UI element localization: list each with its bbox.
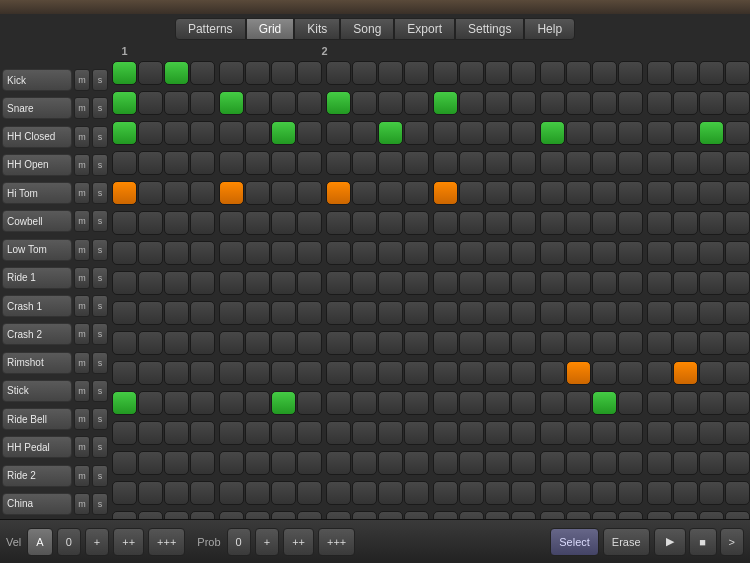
pad-15-4[interactable] bbox=[219, 511, 244, 519]
pad-14-20[interactable] bbox=[647, 481, 672, 505]
pad-7-10[interactable] bbox=[378, 271, 403, 295]
pad-12-1[interactable] bbox=[138, 421, 163, 445]
pad-8-12[interactable] bbox=[433, 301, 458, 325]
play-button[interactable]: ▶ bbox=[654, 528, 686, 556]
pad-12-22[interactable] bbox=[699, 421, 724, 445]
pad-2-15[interactable] bbox=[511, 121, 536, 145]
pad-4-4[interactable] bbox=[219, 181, 244, 205]
pad-4-9[interactable] bbox=[352, 181, 377, 205]
pad-6-17[interactable] bbox=[566, 241, 591, 265]
pad-13-13[interactable] bbox=[459, 451, 484, 475]
pad-11-11[interactable] bbox=[404, 391, 429, 415]
mute-btn-6[interactable]: m bbox=[74, 239, 90, 261]
pad-4-1[interactable] bbox=[138, 181, 163, 205]
pad-10-9[interactable] bbox=[352, 361, 377, 385]
pad-0-11[interactable] bbox=[404, 61, 429, 85]
pad-3-21[interactable] bbox=[673, 151, 698, 175]
solo-btn-11[interactable]: s bbox=[92, 380, 108, 402]
pad-0-23[interactable] bbox=[725, 61, 750, 85]
pad-14-9[interactable] bbox=[352, 481, 377, 505]
pad-8-6[interactable] bbox=[271, 301, 296, 325]
pad-6-23[interactable] bbox=[725, 241, 750, 265]
pad-2-20[interactable] bbox=[647, 121, 672, 145]
pad-11-3[interactable] bbox=[190, 391, 215, 415]
pad-4-12[interactable] bbox=[433, 181, 458, 205]
pad-11-13[interactable] bbox=[459, 391, 484, 415]
pad-7-5[interactable] bbox=[245, 271, 270, 295]
pad-6-7[interactable] bbox=[297, 241, 322, 265]
pad-3-9[interactable] bbox=[352, 151, 377, 175]
pad-6-3[interactable] bbox=[190, 241, 215, 265]
pad-11-19[interactable] bbox=[618, 391, 643, 415]
pad-10-10[interactable] bbox=[378, 361, 403, 385]
pad-0-10[interactable] bbox=[378, 61, 403, 85]
pad-15-9[interactable] bbox=[352, 511, 377, 519]
pad-2-14[interactable] bbox=[485, 121, 510, 145]
pad-7-13[interactable] bbox=[459, 271, 484, 295]
pad-2-21[interactable] bbox=[673, 121, 698, 145]
pad-13-15[interactable] bbox=[511, 451, 536, 475]
pad-1-4[interactable] bbox=[219, 91, 244, 115]
pad-13-19[interactable] bbox=[618, 451, 643, 475]
pad-11-10[interactable] bbox=[378, 391, 403, 415]
pad-4-11[interactable] bbox=[404, 181, 429, 205]
pad-2-0[interactable] bbox=[112, 121, 137, 145]
pad-10-4[interactable] bbox=[219, 361, 244, 385]
pad-2-17[interactable] bbox=[566, 121, 591, 145]
pad-13-12[interactable] bbox=[433, 451, 458, 475]
pad-3-11[interactable] bbox=[404, 151, 429, 175]
pad-11-8[interactable] bbox=[326, 391, 351, 415]
pad-12-14[interactable] bbox=[485, 421, 510, 445]
pad-4-22[interactable] bbox=[699, 181, 724, 205]
pad-3-20[interactable] bbox=[647, 151, 672, 175]
pad-9-5[interactable] bbox=[245, 331, 270, 355]
pad-9-23[interactable] bbox=[725, 331, 750, 355]
pad-2-5[interactable] bbox=[245, 121, 270, 145]
pad-5-10[interactable] bbox=[378, 211, 403, 235]
pad-14-16[interactable] bbox=[540, 481, 565, 505]
pad-15-1[interactable] bbox=[138, 511, 163, 519]
pad-15-6[interactable] bbox=[271, 511, 296, 519]
pad-1-0[interactable] bbox=[112, 91, 137, 115]
pad-8-11[interactable] bbox=[404, 301, 429, 325]
pad-7-14[interactable] bbox=[485, 271, 510, 295]
pad-4-23[interactable] bbox=[725, 181, 750, 205]
pad-1-7[interactable] bbox=[297, 91, 322, 115]
vel-3plus-btn[interactable]: +++ bbox=[148, 528, 185, 556]
pad-5-5[interactable] bbox=[245, 211, 270, 235]
pad-4-7[interactable] bbox=[297, 181, 322, 205]
pad-15-15[interactable] bbox=[511, 511, 536, 519]
pad-3-5[interactable] bbox=[245, 151, 270, 175]
pad-7-22[interactable] bbox=[699, 271, 724, 295]
pad-10-21[interactable] bbox=[673, 361, 698, 385]
pad-0-13[interactable] bbox=[459, 61, 484, 85]
pad-14-19[interactable] bbox=[618, 481, 643, 505]
solo-btn-15[interactable]: s bbox=[92, 493, 108, 515]
pad-2-3[interactable] bbox=[190, 121, 215, 145]
vel-0-btn[interactable]: 0 bbox=[57, 528, 81, 556]
pad-13-5[interactable] bbox=[245, 451, 270, 475]
pad-15-0[interactable] bbox=[112, 511, 137, 519]
pad-0-12[interactable] bbox=[433, 61, 458, 85]
solo-btn-6[interactable]: s bbox=[92, 239, 108, 261]
pad-10-20[interactable] bbox=[647, 361, 672, 385]
pad-4-5[interactable] bbox=[245, 181, 270, 205]
pad-5-3[interactable] bbox=[190, 211, 215, 235]
pad-9-4[interactable] bbox=[219, 331, 244, 355]
pad-14-14[interactable] bbox=[485, 481, 510, 505]
pad-11-5[interactable] bbox=[245, 391, 270, 415]
pad-4-17[interactable] bbox=[566, 181, 591, 205]
pad-2-16[interactable] bbox=[540, 121, 565, 145]
solo-btn-9[interactable]: s bbox=[92, 323, 108, 345]
pad-15-8[interactable] bbox=[326, 511, 351, 519]
pad-10-18[interactable] bbox=[592, 361, 617, 385]
pad-12-18[interactable] bbox=[592, 421, 617, 445]
solo-btn-13[interactable]: s bbox=[92, 436, 108, 458]
pad-5-4[interactable] bbox=[219, 211, 244, 235]
pad-10-2[interactable] bbox=[164, 361, 189, 385]
pad-12-2[interactable] bbox=[164, 421, 189, 445]
pad-9-9[interactable] bbox=[352, 331, 377, 355]
pad-3-12[interactable] bbox=[433, 151, 458, 175]
pad-11-2[interactable] bbox=[164, 391, 189, 415]
pad-13-6[interactable] bbox=[271, 451, 296, 475]
